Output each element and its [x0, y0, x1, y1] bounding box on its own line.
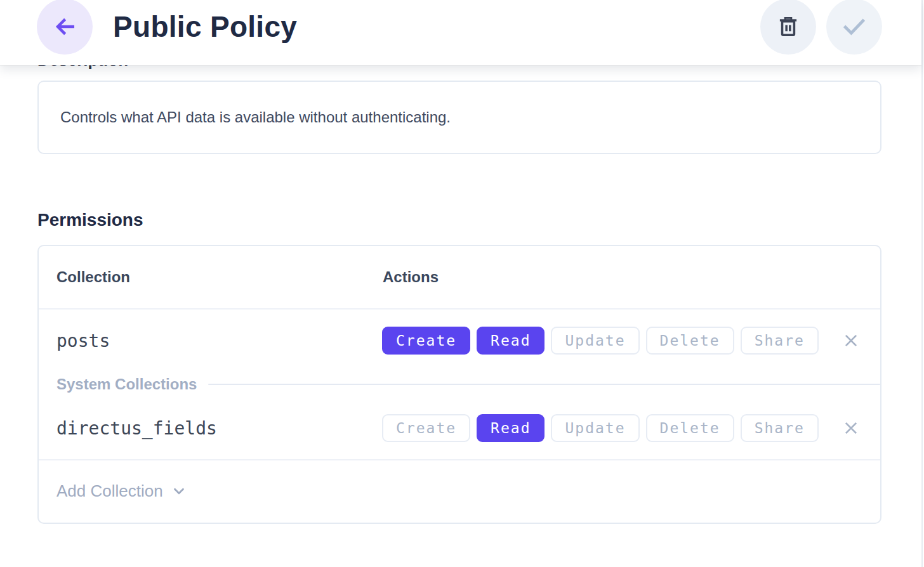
action-delete-button[interactable]: Delete	[646, 327, 734, 355]
delete-policy-button[interactable]	[760, 0, 816, 55]
check-icon	[840, 13, 868, 41]
add-collection-button[interactable]: Add Collection	[39, 460, 880, 521]
page-title: Public Policy	[113, 0, 297, 55]
action-share-button[interactable]: Share	[741, 414, 819, 442]
permissions-table-header: Collection Actions	[39, 246, 880, 308]
page-header: Public Policy	[0, 0, 921, 65]
save-button[interactable]	[826, 0, 882, 55]
action-read-button[interactable]: Read	[477, 414, 544, 442]
column-header-actions: Actions	[383, 246, 439, 308]
action-create-button[interactable]: Create	[382, 327, 470, 355]
table-row-posts: posts Create Read Update Delete Share	[39, 310, 880, 372]
table-row-directus-fields: directus_fields Create Read Update Delet…	[39, 397, 880, 459]
divider-line	[208, 384, 880, 385]
action-read-button[interactable]: Read	[477, 327, 544, 355]
action-chips: Create Read Update Delete Share	[382, 310, 819, 372]
scrollbar-track[interactable]	[921, 0, 923, 567]
trash-icon	[775, 13, 802, 40]
action-create-button[interactable]: Create	[382, 414, 470, 442]
remove-row-button[interactable]	[841, 330, 861, 351]
collection-name: directus_fields	[56, 397, 217, 459]
remove-row-button[interactable]	[841, 418, 861, 438]
collection-name: posts	[56, 310, 110, 372]
column-header-collection: Collection	[56, 246, 130, 308]
action-share-button[interactable]: Share	[741, 327, 819, 355]
action-update-button[interactable]: Update	[551, 414, 639, 442]
system-collections-divider: System Collections	[39, 372, 880, 397]
system-collections-label: System Collections	[56, 375, 197, 393]
action-delete-button[interactable]: Delete	[646, 414, 734, 442]
chevron-down-icon	[171, 483, 187, 499]
x-icon	[842, 331, 861, 350]
add-collection-label: Add Collection	[56, 481, 163, 501]
public-policy-page: Description Permissions Collection Actio…	[0, 0, 924, 567]
description-input[interactable]	[37, 81, 881, 154]
action-chips: Create Read Update Delete Share	[382, 397, 819, 459]
x-icon	[842, 419, 861, 438]
permissions-heading: Permissions	[37, 210, 143, 230]
back-button[interactable]	[37, 0, 93, 55]
action-update-button[interactable]: Update	[551, 327, 639, 355]
permissions-table: Collection Actions posts Create Read Upd…	[37, 245, 881, 524]
arrow-left-icon	[51, 13, 79, 41]
